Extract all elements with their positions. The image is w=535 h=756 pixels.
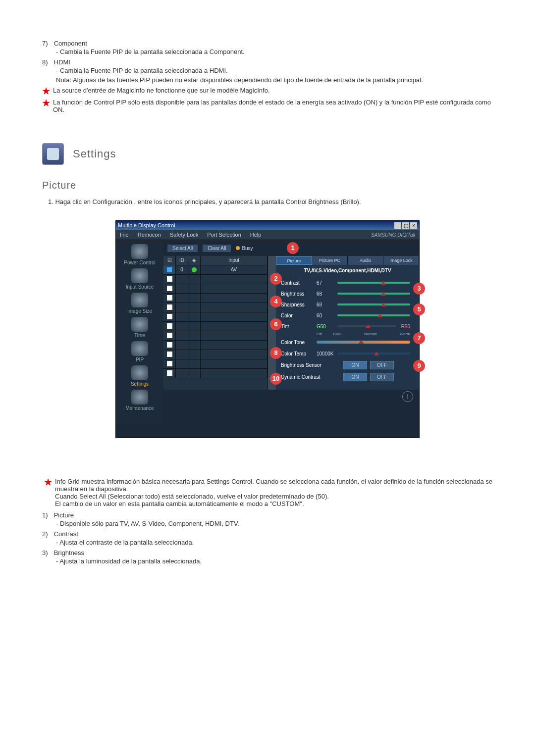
item-number: 8) — [42, 58, 52, 66]
sidebar-item-input[interactable]: Input Source — [116, 268, 163, 290]
settings-icon — [42, 143, 64, 165]
callout-8: 8 — [270, 347, 282, 359]
grid-col-id[interactable]: ID — [176, 256, 188, 265]
callout-5: 5 — [413, 303, 425, 315]
colortemp-slider[interactable] — [337, 353, 410, 354]
sidebar-item-power[interactable]: Power Control — [116, 244, 163, 265]
sidebar-item-time[interactable]: Time — [116, 317, 163, 338]
note-line2: Cuando Select All (Seleccionar todo) est… — [55, 493, 493, 500]
menu-file[interactable]: File — [120, 232, 129, 238]
grid-row[interactable] — [163, 303, 268, 312]
sidebar-item-settings[interactable]: Settings — [116, 365, 163, 387]
menubar: File Remocon Safety Lock Port Selection … — [116, 230, 419, 240]
grid-row[interactable] — [163, 322, 268, 331]
callout-4: 4 — [270, 296, 282, 307]
list-item-lower-2: 2) Contrast - Ajusta el contraste de la … — [42, 530, 493, 546]
step-1: 1. Haga clic en Configuración , entre lo… — [48, 198, 493, 205]
grid-row[interactable] — [163, 341, 268, 350]
menu-portselection[interactable]: Port Selection — [207, 232, 241, 238]
row-color: Color 60 — [276, 310, 419, 321]
menu-safetylock[interactable]: Safety Lock — [170, 232, 198, 238]
menu-help[interactable]: Help — [250, 232, 262, 238]
sharpness-slider[interactable] — [337, 303, 410, 305]
bs-off-button[interactable]: OFF — [370, 361, 394, 369]
callout-7: 7 — [413, 332, 425, 344]
tint-slider[interactable] — [337, 325, 396, 327]
window-controls: _ ▢ × — [394, 222, 417, 229]
item-title: Component — [54, 40, 87, 47]
section-header-settings: Settings — [42, 143, 493, 165]
row-contrast: Contrast 67 — [276, 277, 419, 288]
select-all-button[interactable]: Select All — [167, 245, 198, 252]
grid-row[interactable] — [163, 359, 268, 369]
clear-all-button[interactable]: Clear All — [203, 245, 231, 252]
note-star-2: ★ La función de Control PIP sólo está di… — [42, 99, 493, 113]
tab-imagelock[interactable]: Image Lock — [383, 256, 419, 265]
titlebar: Multiple Display Control _ ▢ × — [116, 221, 419, 230]
grid-row[interactable]: 0 AV — [163, 265, 268, 275]
grid-col-status[interactable]: ◈ — [188, 256, 201, 265]
tone-tick-labels: OffCoolNormalWarm — [317, 332, 410, 336]
grid-row[interactable] — [163, 284, 268, 294]
close-button[interactable]: × — [410, 222, 417, 229]
grid-row[interactable] — [163, 312, 268, 322]
item-desc: - Cambia la Fuente PIP de la pantalla se… — [56, 67, 493, 74]
row-brightness: Brightness 68 — [276, 288, 419, 299]
grid-row[interactable] — [163, 331, 268, 341]
callout-6: 6 — [270, 318, 282, 330]
note-text: La source d'entrée de MagicInfo ne fonct… — [53, 87, 493, 94]
row-dynamic-contrast: Dynamic Contrast ON OFF — [276, 371, 419, 383]
contrast-slider[interactable] — [337, 282, 410, 284]
grid-header: ☑ ID ◈ Input — [163, 256, 268, 265]
grid-row[interactable] — [163, 350, 268, 359]
star-icon: ★ — [42, 99, 50, 107]
callout-2: 2 — [270, 273, 282, 285]
callout-3: 3 — [413, 283, 425, 295]
note-line3: El cambio de un valor en esta pantalla c… — [55, 500, 493, 507]
grid-col-check[interactable]: ☑ — [163, 256, 176, 265]
item-note: Nota: Algunas de las fuentes PIP pueden … — [56, 76, 493, 84]
brightness-slider[interactable] — [337, 293, 410, 295]
row-colortemp: Color Temp 10000K — [276, 348, 419, 359]
colortone-slider[interactable] — [317, 341, 410, 344]
callout-9: 9 — [413, 360, 425, 372]
maximize-button[interactable]: ▢ — [402, 222, 409, 229]
tab-picturepc[interactable]: Picture PC — [312, 256, 348, 265]
sidebar-item-imagesize[interactable]: Image Size — [116, 293, 163, 314]
grid-row[interactable] — [163, 294, 268, 303]
row-sharpness: Sharpness 68 — [276, 299, 419, 310]
note-line1: Info Grid muestra información básica nec… — [55, 478, 493, 493]
dc-on-button[interactable]: ON — [343, 373, 367, 381]
grid-row[interactable] — [163, 275, 268, 284]
list-item-lower-3: 3) Brightness - Ajusta la luminosidad de… — [42, 549, 493, 565]
status-icon: ! — [402, 391, 413, 402]
app-title: Multiple Display Control — [118, 222, 175, 228]
note-star-lower: ★ Info Grid muestra información básica n… — [44, 478, 493, 507]
color-slider[interactable] — [337, 314, 410, 316]
info-grid: ☑ ID ◈ Input 0 AV — [163, 256, 268, 390]
busy-dot-icon — [236, 246, 240, 250]
tab-picture[interactable]: Picture — [276, 256, 312, 265]
subsection-title: Picture — [42, 180, 493, 191]
status-bar: ! — [163, 390, 419, 403]
tab-audio[interactable]: Audio — [348, 256, 383, 265]
sidebar-item-pip[interactable]: PIP — [116, 341, 163, 362]
settings-panel: Picture Picture PC Audio Image Lock TV,A… — [276, 256, 419, 390]
brand-label: SAMSUNG DIGITall — [371, 232, 415, 238]
row-brightness-sensor: Brightness Sensor ON OFF — [276, 359, 419, 371]
row-colortone: Color Tone — [276, 336, 419, 348]
item-number: 7) — [42, 40, 52, 47]
section-title: Settings — [73, 148, 116, 160]
grid-col-input[interactable]: Input — [201, 256, 268, 265]
sidebar-item-maintenance[interactable]: Maintenance — [116, 390, 163, 411]
busy-indicator: Busy — [236, 246, 253, 251]
grid-row[interactable] — [163, 369, 268, 378]
star-icon: ★ — [44, 478, 52, 487]
minimize-button[interactable]: _ — [394, 222, 401, 229]
menu-remocon[interactable]: Remocon — [138, 232, 161, 238]
sidebar: Power Control Input Source Image Size Ti… — [116, 240, 163, 423]
list-item-lower-1: 1) Picture - Disponible sólo para TV, AV… — [42, 511, 493, 527]
dc-off-button[interactable]: OFF — [370, 373, 394, 381]
bs-on-button[interactable]: ON — [343, 361, 367, 369]
list-item-8: 8) HDMI - Cambia la Fuente PIP de la pan… — [42, 58, 493, 84]
